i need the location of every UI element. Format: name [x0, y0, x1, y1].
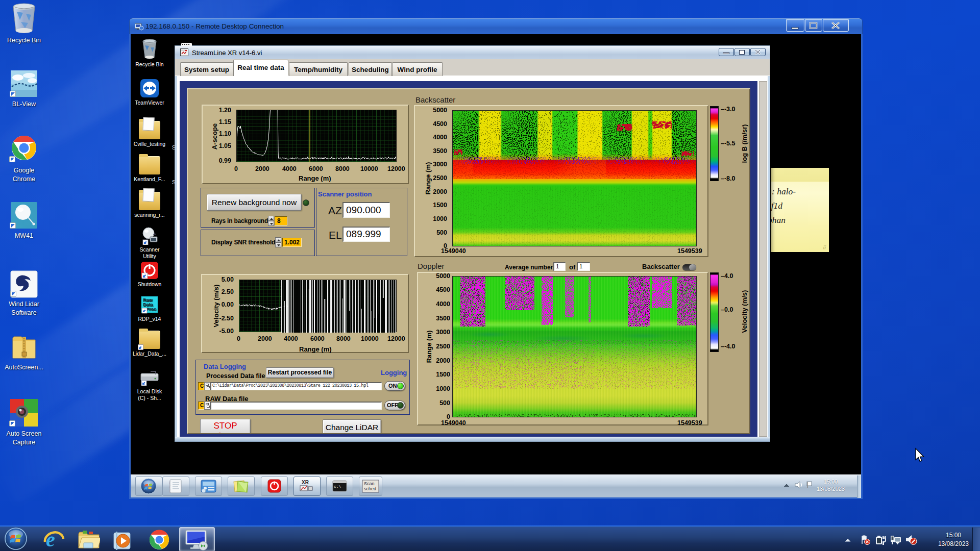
svg-text:c:\_: c:\_: [334, 484, 344, 489]
svg-text:XR: XR: [302, 480, 309, 485]
svg-text:Proc: Proc: [146, 307, 156, 312]
svg-text:sched: sched: [364, 486, 376, 491]
svg-text:Scan: Scan: [364, 481, 375, 486]
